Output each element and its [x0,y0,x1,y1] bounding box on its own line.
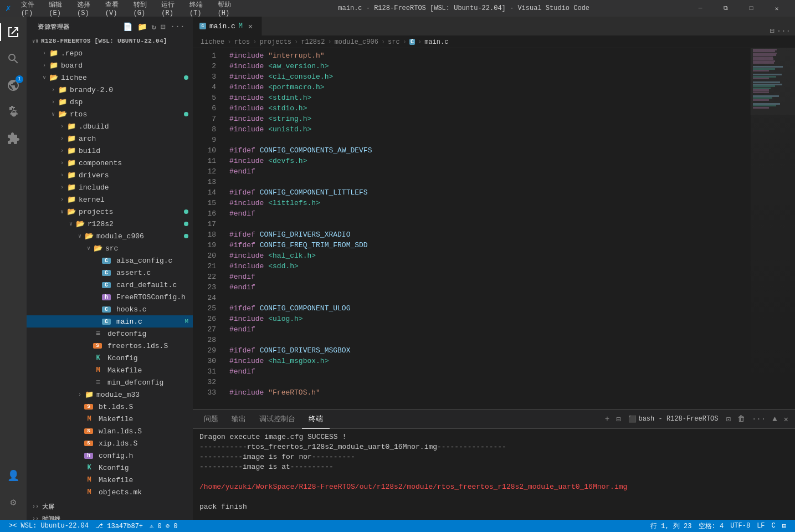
debug-activity-icon[interactable] [0,99,27,125]
tree-item-include[interactable]: › 📁 include [27,181,193,193]
tree-item-dsp[interactable]: › 📁 dsp [27,96,193,108]
tree-item-freertos-lds[interactable]: S freertos.lds.S [27,340,193,352]
cursor-position-item[interactable]: 行 1, 列 23 [647,520,695,532]
breadcrumb-projects[interactable]: projects [259,38,291,46]
breadcrumb-src[interactable]: src [388,38,400,46]
tab-close-main[interactable]: ✕ [246,22,255,30]
tree-item-kconfig[interactable]: K Kconfig [27,352,193,364]
tree-item-kernel[interactable]: › 📁 kernel [27,193,193,206]
tree-item-alsa-config[interactable]: C alsa_config.c [27,254,193,267]
tree-item-module-c906[interactable]: ∨ 📂 module_c906 [27,230,193,242]
breadcrumb-r128s2[interactable]: r128s2 [301,38,325,46]
tree-item-card-default[interactable]: C card_default.c [27,279,193,291]
refresh-icon[interactable]: ↻ [150,21,157,33]
panel-close-icon[interactable]: ✕ [782,412,791,426]
tree-item-hooks[interactable]: C hooks.c [27,303,193,315]
language-item[interactable]: C [768,520,779,532]
maximize-button[interactable]: □ [738,0,764,17]
terminal-session[interactable]: ⬛ bash - R128-FreeRTOS [625,415,721,423]
tree-item-brandy[interactable]: › 📁 brandy-2.0 [27,84,193,96]
tree-item-module-m33[interactable]: › 📁 module_m33 [27,388,193,401]
tree-item-assert[interactable]: C assert.c [27,267,193,279]
tree-item-freertosconfig[interactable]: h FreeRTOSConfig.h [27,291,193,303]
settings-activity-icon[interactable]: ⚙ [0,489,27,515]
menu-view[interactable]: 查看(V) [101,0,128,18]
tree-item-kconfig2[interactable]: K Kconfig [27,462,193,474]
breadcrumb-module-c906[interactable]: module_c906 [335,38,378,46]
terminal-split-pane-icon[interactable]: ⊡ [724,412,733,426]
tree-item-outline[interactable]: › 大屏 [27,500,193,513]
tree-item-build[interactable]: › 📁 build [27,145,193,157]
more-tabs-icon[interactable]: ··· [777,27,791,35]
menu-terminal[interactable]: 终端(T) [185,0,212,18]
menu-run[interactable]: 运行(R) [157,0,184,18]
menu-edit[interactable]: 编辑(E) [44,0,71,18]
tree-item-rtos[interactable]: ∨ 📂 rtos [27,108,193,120]
new-file-icon[interactable]: 📄 [122,21,134,33]
terminal-content[interactable]: Dragon execute image.cfg SUCCESS ! -----… [193,429,795,520]
tree-item-wlan-lds[interactable]: S wlan.lds.S [27,425,193,437]
panel-maximize-icon[interactable]: ▲ [770,412,779,426]
new-terminal-icon[interactable]: + [603,412,612,426]
panel-tab-problems[interactable]: 问题 [197,410,225,429]
tree-item-dbuild[interactable]: › 📁 .dbuild [27,120,193,132]
tree-item-objects-mk[interactable]: M objects.mk [27,486,193,498]
tree-item-makefile2[interactable]: M Makefile [27,474,193,486]
git-branch-item[interactable]: ⎇ 13a47b87+ [92,520,146,532]
layout-item[interactable]: ⊞ [779,520,789,532]
tree-item-r128s2[interactable]: ∨ 📂 r128s2 [27,218,193,230]
menu-file[interactable]: 文件(F) [17,0,44,18]
encoding-item[interactable]: UTF-8 [727,520,753,532]
split-terminal-icon[interactable]: ⊟ [614,412,623,426]
remote-status-item[interactable]: >< WSL: Ubuntu-22.04 [6,520,92,532]
errors-warnings-item[interactable]: ⚠ 0 ⊘ 0 [146,520,181,532]
terminal-more-icon[interactable]: ··· [750,412,768,426]
tree-item-projects[interactable]: ∨ 📂 projects [27,206,193,218]
minimize-button[interactable]: ─ [688,0,713,17]
line-num-1: 1 [193,50,216,61]
tree-item-timeline[interactable]: › 时间线 [27,513,193,520]
tree-item-makefile-m33[interactable]: M Makefile [27,413,193,425]
extensions-activity-icon[interactable] [0,125,27,152]
account-activity-icon[interactable]: 👤 [0,462,27,489]
collapse-icon[interactable]: ⊟ [160,21,167,33]
tree-item-arch[interactable]: › 📁 arch [27,132,193,145]
tree-item-xip-lds[interactable]: S xip.lds.S [27,437,193,449]
restore-button[interactable]: ⧉ [713,0,738,17]
indent-item[interactable]: 空格: 4 [695,520,727,532]
tree-item-bt-lds[interactable]: S bt.lds.S [27,401,193,413]
tree-item-lichee[interactable]: ∨ 📂 lichee [27,71,193,84]
search-activity-icon[interactable] [0,45,27,72]
panel-tab-output[interactable]: 输出 [225,410,253,429]
tree-item-makefile[interactable]: M Makefile [27,364,193,376]
breadcrumb-lichee[interactable]: lichee [201,38,224,46]
editor-content: 1 2 3 4 5 6 7 8 9 10 11 12 13 14 15 16 1… [193,48,795,409]
breadcrumb-rtos[interactable]: rtos [234,38,250,46]
explorer-activity-icon[interactable] [0,19,27,45]
git-activity-icon[interactable]: 1 [0,72,27,99]
tree-item-defconfig[interactable]: ≡ defconfig [27,328,193,340]
tab-main-c[interactable]: C main.c M ✕ [193,17,262,35]
close-button[interactable]: ✕ [764,0,789,17]
panel-tab-terminal[interactable]: 终端 [302,410,330,429]
code-area[interactable]: #include "interrupt.h" #include <aw_vers… [220,48,751,409]
tree-item-config-h[interactable]: h config.h [27,449,193,462]
tree-item-main[interactable]: C main.c M [27,315,193,328]
breadcrumb-file[interactable]: main.c [424,38,448,46]
tree-root[interactable]: ∨ R128-FREERTOS [WSL: UBUNTU-22.04] [27,35,193,47]
menu-select[interactable]: 选择(S) [73,0,100,18]
tree-item-src[interactable]: ∨ 📂 src [27,242,193,254]
tree-item-repo[interactable]: › 📁 .repo [27,47,193,59]
panel-tab-debug-console[interactable]: 调试控制台 [253,410,302,429]
tree-item-min-defconfig[interactable]: ≡ min_defconfig [27,376,193,388]
new-folder-icon[interactable]: 📁 [136,21,148,33]
menu-help[interactable]: 帮助(H) [213,0,240,18]
tree-item-components[interactable]: › 📁 components [27,157,193,169]
tree-item-drivers[interactable]: › 📁 drivers [27,169,193,181]
more-icon[interactable]: ··· [169,21,186,33]
tree-item-board[interactable]: › 📁 board [27,59,193,71]
split-editor-icon[interactable]: ⊟ [770,26,774,35]
line-ending-item[interactable]: LF [753,520,768,532]
menu-goto[interactable]: 转到(G) [129,0,156,18]
kill-terminal-icon[interactable]: 🗑 [735,412,747,426]
